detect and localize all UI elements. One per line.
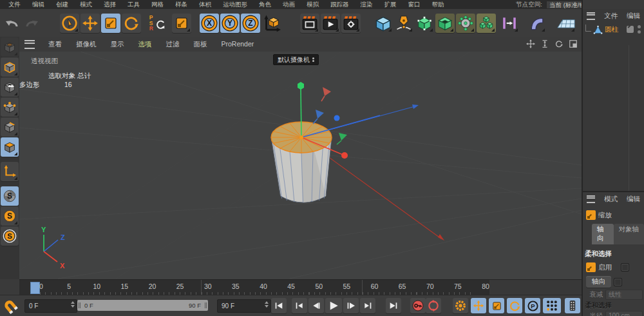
am-menu-mode[interactable]: 模式: [600, 195, 621, 204]
prev-key-button[interactable]: [292, 298, 307, 313]
generator-cube-button[interactable]: [435, 14, 455, 33]
pan-view-icon[interactable]: [526, 39, 535, 48]
menu-item[interactable]: 选择: [98, 1, 122, 9]
menu-item[interactable]: 模拟: [301, 1, 325, 9]
render-view-button[interactable]: [300, 14, 319, 33]
keyframe-settings-button[interactable]: [453, 298, 468, 313]
tab-axis[interactable]: 轴向: [592, 224, 614, 244]
render-to-picture-viewer-button[interactable]: [321, 14, 340, 33]
am-menu-edit[interactable]: 编辑: [623, 195, 644, 204]
record-rotation-toggle[interactable]: [507, 298, 522, 313]
attribute-menu-icon[interactable]: [587, 195, 595, 203]
current-frame-field[interactable]: 0 F: [24, 299, 77, 313]
frame-stepper[interactable]: [71, 301, 75, 308]
object-manager-menu-icon[interactable]: [587, 12, 595, 20]
menu-item[interactable]: 样条: [169, 1, 193, 9]
camera-label[interactable]: 默认摄像机: [273, 54, 319, 65]
polygon-mode-button[interactable]: [1, 137, 19, 157]
goto-start-button[interactable]: [271, 298, 287, 313]
viewport-solo-hierarchy-button[interactable]: S: [1, 226, 19, 246]
timeline-ruler[interactable]: 05101520253035404550556065707580: [19, 279, 489, 295]
falloff-dropdown[interactable]: 线性: [605, 290, 643, 300]
x-axis-lock-button[interactable]: X: [200, 14, 219, 33]
preview-range-slider[interactable]: 0 F90 F: [77, 300, 208, 311]
menu-item[interactable]: 编辑: [26, 1, 50, 9]
y-axis-lock-button[interactable]: Y: [220, 14, 240, 33]
enable-checkbox[interactable]: [621, 263, 629, 272]
enable-axis-button[interactable]: [1, 162, 19, 181]
object-name[interactable]: 圆柱: [605, 25, 618, 34]
viewport-solo-single-button[interactable]: S: [1, 206, 19, 226]
scale-tool[interactable]: [101, 14, 120, 33]
viewport-menu-item[interactable]: 过滤: [159, 40, 187, 49]
viewport-menu-icon[interactable]: [24, 40, 35, 49]
menu-item[interactable]: 运动图形: [217, 1, 253, 9]
workplane-scale-icon[interactable]: [172, 14, 191, 33]
menu-item[interactable]: 扩展: [379, 1, 402, 9]
tab-object-axis[interactable]: 对象轴: [614, 224, 644, 244]
object-row[interactable]: 圆柱: [583, 23, 644, 36]
floor-button[interactable]: [556, 14, 576, 33]
axis-button[interactable]: 轴向: [586, 276, 611, 288]
visibility-dots[interactable]: [638, 25, 641, 34]
bend-deformer-button[interactable]: [527, 14, 546, 33]
redo-button[interactable]: [23, 14, 42, 33]
viewport-3d[interactable]: Y Z X 透视视图 选取对象 总计 多边形16 默认摄像机: [19, 52, 582, 280]
viewport-menu-item[interactable]: 选项: [131, 40, 159, 49]
undo-button[interactable]: [2, 14, 21, 33]
make-editable-button[interactable]: [1, 37, 19, 57]
zoom-view-icon[interactable]: [540, 39, 549, 48]
range-start-grip[interactable]: [77, 300, 82, 311]
menu-item[interactable]: 工具: [122, 1, 146, 9]
record-scale-toggle[interactable]: [489, 298, 504, 313]
viewport-menu-item[interactable]: ProRender: [214, 40, 261, 49]
rotate-view-icon[interactable]: [554, 39, 564, 48]
menu-item[interactable]: 角色: [253, 1, 277, 9]
volume-builder-button[interactable]: [456, 14, 475, 33]
autokey-button[interactable]: [426, 298, 441, 313]
viewport-menu-item[interactable]: 查看: [41, 40, 69, 49]
menu-item[interactable]: 体积: [193, 1, 217, 9]
om-menu-edit[interactable]: 编辑: [623, 12, 644, 21]
field-button[interactable]: [500, 14, 519, 33]
edge-mode-button[interactable]: [1, 117, 19, 137]
om-menu-file[interactable]: 文件: [600, 12, 621, 21]
radius-field[interactable]: 100 cm: [605, 311, 643, 316]
subdivision-surface-button[interactable]: [415, 14, 434, 33]
spline-pen-button[interactable]: [394, 14, 413, 33]
menu-item[interactable]: 帮助: [426, 1, 450, 9]
viewport-menu-item[interactable]: 显示: [104, 40, 131, 49]
object-tag-icon[interactable]: [627, 26, 634, 33]
psr-keyframe-button[interactable]: P S R: [147, 14, 167, 33]
goto-end-button[interactable]: [386, 298, 401, 313]
menu-item[interactable]: 文件: [3, 1, 26, 9]
menu-item[interactable]: 渲染: [355, 1, 379, 9]
menu-item[interactable]: 跟踪器: [325, 1, 355, 9]
texture-mode-button[interactable]: [1, 77, 19, 97]
play-button[interactable]: [325, 298, 342, 313]
menu-item[interactable]: 模式: [74, 1, 98, 9]
toggle-view-icon[interactable]: [568, 39, 578, 48]
menu-item[interactable]: 网格: [146, 1, 169, 9]
z-axis-lock-button[interactable]: Z: [241, 14, 260, 33]
points-mode-button[interactable]: [1, 97, 19, 117]
range-end-grip[interactable]: [204, 300, 208, 311]
next-key-button[interactable]: [360, 298, 375, 313]
viewport-menu-item[interactable]: 摄像机: [69, 40, 104, 49]
record-pla-toggle[interactable]: [543, 298, 561, 313]
live-selection-tool[interactable]: [60, 14, 79, 33]
viewport-solo-off-button[interactable]: S: [1, 186, 19, 206]
next-frame-button[interactable]: [343, 298, 359, 313]
rotate-tool[interactable]: [122, 14, 141, 33]
viewport-menu-item[interactable]: 面板: [187, 40, 214, 49]
move-tool[interactable]: [80, 14, 100, 33]
timeline-window-button[interactable]: [565, 298, 580, 313]
axis-checkbox[interactable]: [614, 278, 622, 286]
prev-frame-button[interactable]: [308, 298, 324, 313]
model-mode-button[interactable]: [1, 57, 19, 77]
menu-item[interactable]: 动画: [277, 1, 301, 9]
menu-item[interactable]: 窗口: [402, 1, 426, 9]
end-frame-field[interactable]: 90 F: [217, 299, 271, 313]
record-parameters-toggle[interactable]: P: [525, 298, 540, 313]
end-frame-stepper[interactable]: [265, 301, 269, 308]
